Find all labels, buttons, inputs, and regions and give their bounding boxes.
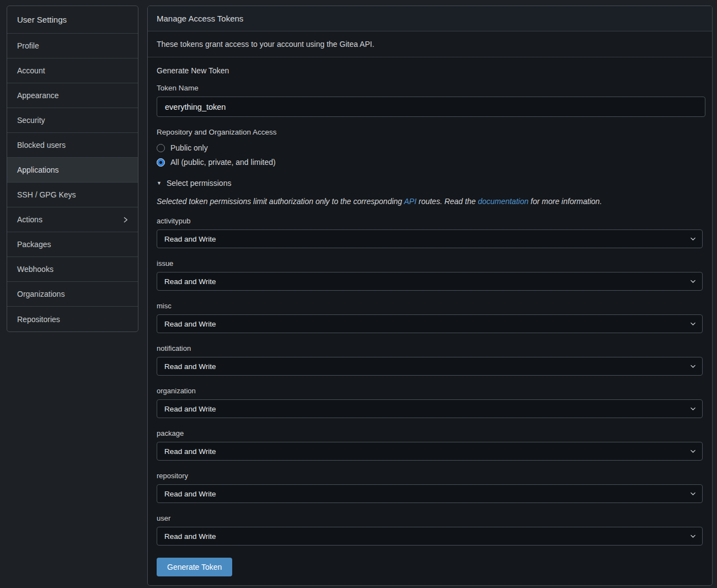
repo-org-access-label: Repository and Organization Access <box>157 128 703 136</box>
sidebar-item-label: Security <box>17 116 45 125</box>
caret-down-icon: ▼ <box>157 181 162 186</box>
scope-select-issue[interactable]: Read and Write <box>157 272 703 291</box>
scope-label: user <box>157 514 703 522</box>
sidebar-item-label: Account <box>17 66 45 75</box>
scope-label: repository <box>157 472 703 480</box>
sidebar-item-repositories[interactable]: Repositories <box>7 307 138 332</box>
panel-title: Manage Access Tokens <box>148 6 712 31</box>
sidebar-item-actions[interactable]: Actions <box>7 207 138 232</box>
api-link[interactable]: API <box>404 197 417 206</box>
documentation-link[interactable]: documentation <box>478 197 528 206</box>
sidebar-item-label: Actions <box>17 215 42 224</box>
select-permissions-toggle[interactable]: ▼ Select permissions <box>157 179 231 188</box>
panel-description: These tokens grant access to your accoun… <box>148 31 712 57</box>
scope-group: organization Read and Write <box>157 387 703 418</box>
scope-select-repository[interactable]: Read and Write <box>157 484 703 503</box>
scope-select-user[interactable]: Read and Write <box>157 527 703 546</box>
token-name-label: Token Name <box>157 84 703 92</box>
scope-label: organization <box>157 387 703 395</box>
sidebar-item-packages[interactable]: Packages <box>7 232 138 257</box>
note-text-2: routes. Read the <box>416 197 478 206</box>
manage-tokens-panel: Manage Access Tokens These tokens grant … <box>147 6 713 586</box>
sidebar-item-security[interactable]: Security <box>7 108 138 133</box>
scope-label: activitypub <box>157 217 703 225</box>
radio-option-public-only[interactable]: Public only <box>157 141 208 155</box>
radio-option-all-public-private-and-limited[interactable]: All (public, private, and limited) <box>157 155 276 169</box>
sidebar-title[interactable]: User Settings <box>7 6 138 34</box>
sidebar-item-label: Applications <box>17 165 59 174</box>
token-name-input[interactable] <box>157 97 705 117</box>
sidebar-item-label: SSH / GPG Keys <box>17 190 76 199</box>
sidebar-nav: Profile Account Appearance Security Bloc… <box>7 34 138 332</box>
scope-label: misc <box>157 302 703 310</box>
scope-select-organization[interactable]: Read and Write <box>157 399 703 418</box>
sidebar-item-label: Repositories <box>17 315 60 324</box>
sidebar-item-applications[interactable]: Applications <box>7 158 138 183</box>
chevron-right-icon <box>122 216 129 223</box>
sidebar-item-label: Webhooks <box>17 265 53 274</box>
scope-group: notification Read and Write <box>157 344 703 376</box>
scope-select-activitypub[interactable]: Read and Write <box>157 229 703 248</box>
scope-label: package <box>157 429 703 437</box>
sidebar-item-label: Organizations <box>17 290 65 298</box>
radio-icon <box>157 144 165 152</box>
scope-group: package Read and Write <box>157 429 703 461</box>
radio-icon <box>157 158 165 167</box>
scope-group: activitypub Read and Write <box>157 217 703 248</box>
radio-label: Public only <box>170 143 208 152</box>
scope-label: notification <box>157 344 703 352</box>
note-text-3: for more information. <box>528 197 602 206</box>
user-settings-sidebar: User Settings Profile Account Appearance… <box>7 6 138 332</box>
note-text-1: Selected token permissions limit authori… <box>157 197 404 206</box>
permissions-note: Selected token permissions limit authori… <box>157 197 703 206</box>
sidebar-item-organizations[interactable]: Organizations <box>7 282 138 307</box>
sidebar-item-blocked-users[interactable]: Blocked users <box>7 133 138 158</box>
sidebar-item-ssh-gpg-keys[interactable]: SSH / GPG Keys <box>7 183 138 207</box>
generate-new-token-title: Generate New Token <box>157 66 703 75</box>
scope-label: issue <box>157 259 703 268</box>
sidebar-item-webhooks[interactable]: Webhooks <box>7 257 138 282</box>
sidebar-item-profile[interactable]: Profile <box>7 34 138 58</box>
scope-selects: activitypub Read and Write issue Read an… <box>157 217 703 546</box>
scope-group: misc Read and Write <box>157 302 703 333</box>
scope-select-misc[interactable]: Read and Write <box>157 314 703 333</box>
scope-group: repository Read and Write <box>157 472 703 503</box>
select-permissions-label: Select permissions <box>167 179 232 188</box>
sidebar-item-label: Blocked users <box>17 141 66 149</box>
scope-group: user Read and Write <box>157 514 703 546</box>
sidebar-item-account[interactable]: Account <box>7 58 138 83</box>
scope-group: issue Read and Write <box>157 259 703 291</box>
scope-select-package[interactable]: Read and Write <box>157 442 703 461</box>
scope-select-notification[interactable]: Read and Write <box>157 357 703 376</box>
generate-token-button[interactable]: Generate Token <box>157 558 232 576</box>
access-radio-group: Public only All (public, private, and li… <box>157 141 703 169</box>
generate-token-form: Generate New Token Token Name Repository… <box>148 57 712 585</box>
sidebar-item-appearance[interactable]: Appearance <box>7 83 138 108</box>
sidebar-item-label: Packages <box>17 240 51 249</box>
sidebar-item-label: Appearance <box>17 91 59 100</box>
sidebar-item-label: Profile <box>17 41 39 50</box>
radio-label: All (public, private, and limited) <box>170 158 276 167</box>
